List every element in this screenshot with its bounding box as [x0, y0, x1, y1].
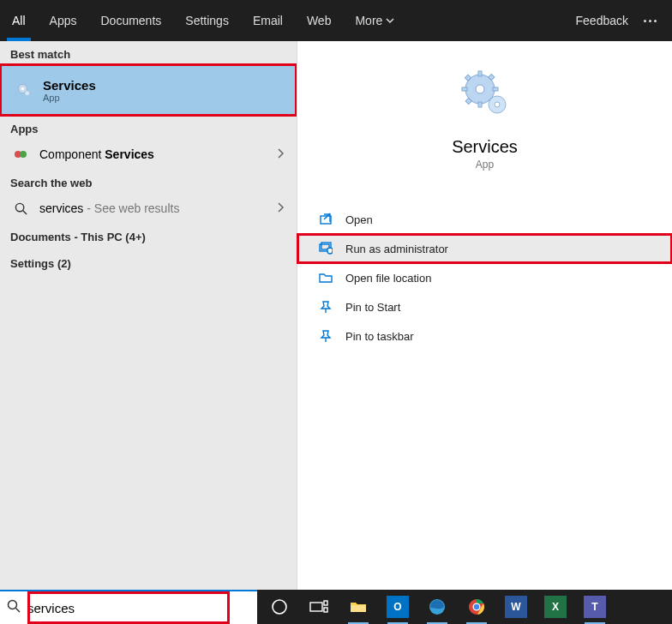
action-label: Pin to Start: [345, 301, 400, 314]
svg-line-6: [22, 210, 26, 213]
svg-line-25: [16, 609, 21, 613]
taskbar-app-edge[interactable]: [418, 590, 456, 624]
action-pin-to-taskbar[interactable]: Pin to taskbar: [297, 321, 672, 351]
svg-point-34: [474, 604, 479, 609]
action-run-as-administrator[interactable]: Run as administrator: [297, 234, 672, 263]
search-icon: [12, 202, 29, 215]
tab-web[interactable]: Web: [295, 0, 344, 41]
tab-label: Web: [307, 14, 332, 27]
action-label: Open: [345, 213, 373, 226]
folder-icon: [318, 271, 333, 285]
section-settings[interactable]: Settings (2): [0, 250, 297, 277]
tab-email[interactable]: Email: [241, 0, 295, 41]
results-pane: Best match Services App Apps Component S…: [0, 41, 297, 590]
tab-label: Email: [253, 14, 283, 27]
svg-rect-12: [493, 87, 498, 91]
action-label: Pin to taskbar: [345, 330, 414, 343]
taskbar-app-word[interactable]: W: [497, 590, 535, 624]
tab-all[interactable]: All: [0, 0, 38, 41]
section-web: Search the web: [0, 170, 297, 193]
tab-label: More: [355, 14, 382, 27]
svg-rect-29: [324, 608, 327, 612]
search-box[interactable]: [0, 590, 257, 624]
svg-point-2: [25, 91, 30, 96]
topbar-right: Feedback: [576, 0, 672, 41]
result-title: Component Services: [39, 147, 154, 161]
svg-point-5: [15, 203, 23, 211]
preview-actions: Open Run as administrator Open file loca…: [297, 205, 672, 351]
svg-rect-10: [478, 102, 482, 107]
admin-shield-icon: [318, 242, 333, 255]
search-icon: [7, 599, 21, 616]
svg-rect-30: [351, 605, 366, 612]
result-web-search[interactable]: services - See web results: [0, 193, 297, 224]
tab-documents[interactable]: Documents: [88, 0, 173, 41]
component-services-icon: [12, 147, 29, 161]
tab-label: All: [12, 14, 26, 27]
preview-title: Services: [452, 137, 518, 157]
tab-more[interactable]: More: [343, 0, 406, 41]
svg-rect-9: [478, 71, 482, 76]
taskbar: O W X T: [257, 590, 672, 624]
svg-rect-28: [324, 601, 327, 605]
tab-label: Settings: [185, 14, 229, 27]
taskbar-app-teams[interactable]: T: [576, 590, 614, 624]
section-apps: Apps: [0, 116, 297, 139]
result-subtitle: App: [43, 93, 285, 103]
tab-label: Documents: [100, 14, 161, 27]
taskbar-app-explorer[interactable]: [339, 590, 377, 624]
taskbar-cortana-icon[interactable]: [261, 590, 298, 624]
taskbar-app-chrome[interactable]: [458, 590, 495, 624]
preview-pane: Services App Open Run as administrator: [297, 41, 672, 590]
pin-icon: [318, 329, 333, 343]
action-open[interactable]: Open: [297, 205, 672, 234]
svg-point-18: [495, 102, 500, 107]
chevron-down-icon: [386, 14, 394, 27]
filter-bar: All Apps Documents Settings Email Web Mo…: [0, 0, 672, 41]
svg-point-8: [476, 85, 484, 93]
action-open-file-location[interactable]: Open file location: [297, 263, 672, 292]
preview-subtitle: App: [476, 159, 494, 171]
action-pin-to-start[interactable]: Pin to Start: [297, 292, 672, 321]
result-best-match[interactable]: Services App: [0, 64, 297, 116]
result-title: services - See web results: [39, 201, 179, 215]
taskbar-app-outlook[interactable]: O: [379, 590, 417, 624]
result-component-services[interactable]: Component Services: [0, 139, 297, 170]
action-label: Open file location: [345, 272, 431, 285]
taskbar-app-excel[interactable]: X: [537, 590, 574, 624]
svg-point-26: [273, 600, 286, 614]
feedback-link[interactable]: Feedback: [576, 14, 628, 27]
gear-icon: [15, 82, 33, 98]
svg-point-24: [9, 601, 17, 609]
section-documents[interactable]: Documents - This PC (4+): [0, 224, 297, 250]
tab-apps[interactable]: Apps: [38, 0, 89, 41]
svg-point-1: [21, 87, 25, 91]
chevron-right-icon: [276, 201, 285, 215]
gear-icon: [458, 67, 513, 122]
svg-rect-27: [310, 603, 322, 611]
tab-settings[interactable]: Settings: [173, 0, 241, 41]
pin-icon: [318, 300, 333, 314]
tab-label: Apps: [50, 14, 77, 27]
options-ellipsis-icon[interactable]: [644, 20, 657, 22]
svg-point-4: [20, 151, 27, 158]
taskbar-taskview-icon[interactable]: [300, 590, 338, 624]
chevron-right-icon: [276, 147, 285, 161]
result-title: Services: [43, 78, 285, 93]
search-input[interactable]: [27, 601, 250, 615]
open-icon: [318, 213, 333, 226]
filter-tabs: All Apps Documents Settings Email Web Mo…: [0, 0, 576, 41]
svg-rect-11: [462, 87, 467, 91]
section-best-match: Best match: [0, 41, 297, 64]
action-label: Run as administrator: [345, 243, 448, 255]
